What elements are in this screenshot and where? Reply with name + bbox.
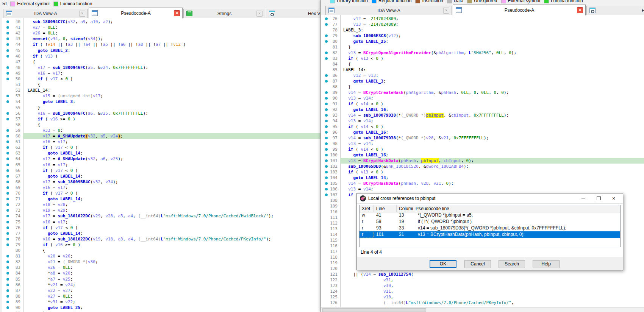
code-line[interactable]: 124 v11,	[321, 289, 644, 294]
code-line[interactable]: 84 *a8 = v20;	[0, 270, 320, 276]
code-line[interactable]: 100 goto LABEL_16;	[321, 152, 644, 158]
code-line[interactable]: 76 if ( v17 < 0 )	[0, 225, 320, 231]
code-line[interactable]: 62 if ( v17 < 0 )	[0, 145, 320, 150]
code-line[interactable]: 98 v13 = v14;	[321, 141, 644, 147]
column-header-xref[interactable]: Xref	[360, 205, 374, 212]
code-line[interactable]: 101 v13 = BCryptHashData(phHash, pbInput…	[321, 158, 644, 164]
code-line[interactable]: 64 v17 = A_SHAUpdate(v32, a6, v25);	[0, 156, 320, 162]
maximize-icon[interactable]	[592, 193, 605, 203]
code-line[interactable]: 79 if ( v16 >= 0 )	[0, 242, 320, 248]
code-line[interactable]: 69 v16 = v17;	[0, 185, 320, 190]
code-line[interactable]: 86 v12 = v13;	[321, 73, 644, 78]
code-line[interactable]: 70 if ( v17 < 0 )	[0, 190, 320, 196]
code-line[interactable]: 46 if ( v13 )	[0, 53, 320, 59]
tab-close-icon[interactable]: ×	[577, 7, 583, 13]
code-line[interactable]: 85LABEL_14:	[321, 67, 644, 73]
code-line[interactable]: 77 v13 = -2147024809;	[321, 22, 644, 27]
code-line[interactable]: 77 goto LABEL_14;	[0, 231, 320, 236]
code-line[interactable]: 86 *v21 = v24;	[0, 282, 320, 288]
code-line[interactable]: 76 v12 = -2147024809;	[321, 16, 644, 22]
column-header-line[interactable]: Line	[374, 205, 397, 212]
code-line[interactable]: 91 }	[0, 310, 320, 312]
code-line[interactable]: 122 v31,	[321, 277, 644, 283]
code-line[interactable]: 81 }	[321, 44, 644, 50]
code-line[interactable]: 53 v15 = (unsigned int)v17;	[0, 93, 320, 99]
code-line[interactable]: 94 v13 = v14;	[321, 118, 644, 124]
code-line[interactable]: 72 v18 = v28;	[0, 202, 320, 207]
code-line[interactable]: 41 v27 = 0LL;	[0, 25, 320, 30]
code-line[interactable]: 103 if ( v13 < 0 )	[321, 169, 644, 175]
code-line[interactable]: 78LABEL_3:	[321, 27, 644, 33]
code-line[interactable]: 89 *v31 = v22;	[0, 299, 320, 305]
code-line[interactable]: 81 v20 = v26;	[0, 253, 320, 259]
code-line[interactable]: 104 goto LABEL_14;	[321, 175, 644, 181]
code-line[interactable]: 40 sub_180094C7C(v32, a9, a10, a2);	[0, 19, 320, 25]
code-line[interactable]: 56 v16 = sub_1800946FC(a6, &v25, 0x7FFFF…	[0, 111, 320, 116]
code-line[interactable]: 99 if ( v14 < 0 )	[321, 147, 644, 152]
cancel-button[interactable]: Cancel	[464, 260, 491, 268]
left-code-pane[interactable]: 40 sub_180094C7C(v32, a9, a10, a2);41 v2…	[0, 18, 320, 312]
code-line[interactable]: 42 v26 = 0LL;	[0, 30, 320, 36]
code-line[interactable]: 83 if ( v13 < 0 )	[321, 56, 644, 61]
xref-row[interactable]: r9333v14 = sub_180079D38(*(_QWORD *)pbIn…	[360, 225, 620, 231]
scrollbar-thumb[interactable]	[322, 308, 426, 312]
ok-button[interactable]: OK	[430, 260, 456, 268]
code-line[interactable]: 90 goto LABEL_25;	[0, 305, 320, 310]
tab-hex-view-1[interactable]: Hex View-1	[586, 6, 644, 15]
tab-close-icon[interactable]: ×	[79, 11, 85, 17]
tab-pseudocode-a[interactable]: Pseudocode-A×	[89, 8, 183, 19]
code-line[interactable]: 85 *a7 = v25;	[0, 276, 320, 282]
code-line[interactable]: 54 goto LABEL_3;	[0, 99, 320, 105]
code-line[interactable]: 52LABEL_14:	[0, 87, 320, 93]
code-line[interactable]: 67 goto LABEL_14;	[0, 173, 320, 179]
column-header-pseudocode-line[interactable]: Pseudocode line	[413, 205, 620, 212]
code-line[interactable]: 57 if ( v16 >= 0 )	[0, 116, 320, 122]
help-button[interactable]: Help	[533, 260, 560, 268]
code-line[interactable]: 91 if ( v14 < 0 )	[321, 101, 644, 107]
code-line[interactable]: 44 if ( !v14 || !a3 || !a4 || !a5 || !a6…	[0, 42, 320, 47]
tab-ida-view-a[interactable]: IDA View-A×	[325, 6, 452, 15]
code-line[interactable]: 96 goto LABEL_16;	[321, 129, 644, 135]
code-line[interactable]: 58 {	[0, 122, 320, 128]
code-line[interactable]: 78 v16 = sub_1801022DC(v19, v18, a3, a4,…	[0, 236, 320, 242]
code-line[interactable]: 93 v14 = sub_180079D38(*(_QWORD *)pbInpu…	[321, 112, 644, 118]
code-line[interactable]: 89 v14 = BCryptCreateHash(phAlgorithm, &…	[321, 90, 644, 95]
minimize-icon[interactable]	[577, 193, 590, 203]
tab-strings[interactable]: "”Strings×	[183, 9, 265, 18]
xref-row[interactable]: w4113*(_QWORD *)pbInput = a5;	[360, 212, 620, 218]
code-line[interactable]: 105 v14 = BCryptHashData(phHash, v28, v2…	[321, 181, 644, 186]
code-line[interactable]: 47 {	[0, 59, 320, 65]
code-line[interactable]: 82 v21 = (_DWORD *)v30;	[0, 259, 320, 265]
code-line[interactable]: 92 goto LABEL_16;	[321, 107, 644, 112]
tab-close-icon[interactable]: ×	[443, 8, 449, 14]
tab-ida-view-a[interactable]: IDA View-A×	[3, 9, 88, 18]
code-line[interactable]: 45 goto LABEL_2;	[0, 48, 320, 53]
horizontal-scrollbar[interactable]	[321, 307, 644, 312]
code-line[interactable]: 83 v26 = 0LL;	[0, 265, 320, 270]
code-line[interactable]: 88 }	[321, 84, 644, 90]
code-line[interactable]: 73 v19 = v29;	[0, 207, 320, 213]
code-line[interactable]: 49 v16 = v17;	[0, 70, 320, 76]
tab-pseudocode-a[interactable]: Pseudocode-A×	[453, 5, 586, 16]
xref-table[interactable]: XrefLineColumnPseudocode linew4113*(_QWO…	[359, 205, 621, 247]
code-line[interactable]: 43 memset(v34, 0, sizeof(v34));	[0, 36, 320, 42]
code-line[interactable]: 48 v17 = sub_1800946FC(a5, &v24, 0x7FFFF…	[0, 65, 320, 70]
xref-row[interactable]: r5919if ( !*(_QWORD *)pbInput )	[360, 218, 620, 225]
column-header-column[interactable]: Column	[397, 205, 413, 212]
code-line[interactable]: 71 goto LABEL_14;	[0, 196, 320, 202]
search-button[interactable]: Search	[499, 260, 525, 268]
code-line[interactable]: 84 {	[321, 61, 644, 67]
code-line[interactable]: 82 v13 = BCryptOpenAlgorithmProvider(&ph…	[321, 50, 644, 56]
code-line[interactable]: 87 v22 = v27;	[0, 288, 320, 293]
code-line[interactable]: 126 (__int64)L"msft:Windows/7.0/Phone/Ca…	[321, 300, 644, 306]
code-line[interactable]: 61 v16 = v17;	[0, 139, 320, 145]
code-line[interactable]: 87 goto LABEL_3;	[321, 78, 644, 84]
xref-row[interactable]: r10131v13 = BCryptHashData(phHash, pbInp…	[360, 231, 620, 238]
code-line[interactable]: 123 v30,	[321, 283, 644, 289]
tab-close-icon[interactable]: ×	[174, 10, 180, 16]
tab-close-icon[interactable]: ×	[256, 11, 263, 17]
code-line[interactable]: 55 }	[0, 105, 320, 111]
code-line[interactable]: 102 sub_180065DE0(&unk_18018C520, &dword…	[321, 164, 644, 169]
code-line[interactable]: 51 {	[0, 82, 320, 87]
code-line[interactable]: 95 if ( v14 < 0 )	[321, 124, 644, 129]
